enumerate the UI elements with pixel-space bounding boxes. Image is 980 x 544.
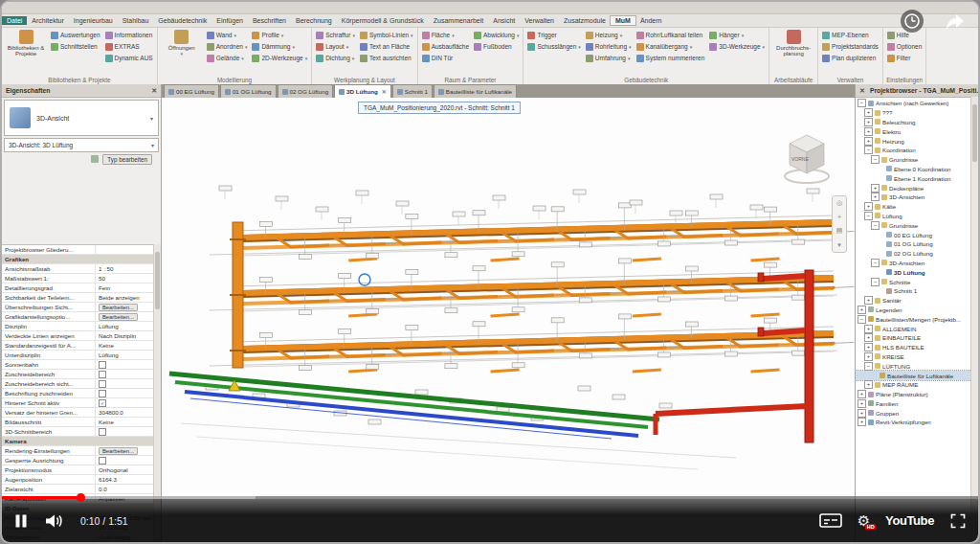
tree-item-02-og-l-ftung[interactable]: 02 OG Lüftung	[856, 249, 971, 259]
tree-item-koordination[interactable]: −Koordination	[856, 146, 971, 155]
model-3d-view[interactable]	[162, 98, 855, 542]
scrollbar-thumb[interactable]	[155, 252, 160, 309]
ribbon-button-schussl-ngen[interactable]: Schusslängen▾	[526, 41, 581, 52]
tree-expander-icon[interactable]: +	[871, 193, 880, 201]
view-tab-01-og-l-ftung[interactable]: 01 OG Lüftung	[220, 84, 277, 98]
tree-expander-icon[interactable]: +	[864, 127, 873, 136]
tree-expander-icon[interactable]: +	[864, 202, 873, 211]
ribbon-button-rohrleitung[interactable]: Rohrleitung▾	[585, 41, 633, 52]
tree-expander-icon[interactable]: −	[871, 259, 880, 267]
view-tab-02-og-l-ftung[interactable]: 02 OG Lüftung	[278, 84, 334, 98]
property-value[interactable]: 6164.3	[96, 475, 154, 484]
tree-item-revit-verkn-pfungen[interactable]: +Revit-Verknüpfungen	[856, 418, 971, 427]
tree-item-grundrisse[interactable]: −Grundrisse	[856, 220, 971, 230]
tree-item-kreise[interactable]: +KREISE	[856, 352, 971, 362]
ribbon-button-h-nger[interactable]: Hänger▾	[708, 30, 766, 40]
checkbox[interactable]	[99, 390, 106, 397]
tree-expander-icon[interactable]: +	[858, 409, 866, 418]
ribbon-tab-beschriften[interactable]: Beschriften	[248, 16, 291, 25]
tree-item-mep-r-ume[interactable]: +MEP RÄUME	[856, 380, 971, 390]
tree-expander-icon[interactable]: +	[858, 418, 866, 426]
property-value[interactable]: Beide anzeigen	[96, 293, 154, 302]
tree-expander-icon[interactable]: +	[858, 306, 866, 314]
property-value[interactable]	[96, 456, 154, 465]
viewcube[interactable]: VORNE	[780, 128, 834, 188]
property-value[interactable]	[96, 389, 154, 397]
property-value[interactable]	[96, 360, 154, 369]
property-value[interactable]: ✓	[96, 398, 154, 407]
tree-item-grundrisse[interactable]: −Grundrisse	[856, 155, 971, 165]
scrollbar-thumb[interactable]	[972, 104, 977, 162]
ribbon-button-text-an-fl-che[interactable]: Text an Fläche	[359, 41, 414, 52]
type-selector[interactable]: 3D-Ansicht ▾	[4, 100, 159, 136]
property-value[interactable]: Bearbeiten...	[96, 303, 154, 311]
ribbon-button-bibliotheken-projekte[interactable]: Bibliotheken & Projekte	[5, 29, 47, 57]
ribbon-button-extras[interactable]: EXTRAS	[104, 41, 154, 52]
ribbon-button-dynamic-aus[interactable]: Dynamic AUS	[104, 53, 154, 63]
ribbon-button-2d-werkzeuge[interactable]: 2D-Werkzeuge▾	[251, 53, 308, 63]
instance-selector[interactable]: 3D-Ansicht: 3D Lüftung ▾	[4, 138, 159, 152]
ribbon-tab-k-rpermodell-grundst-ck[interactable]: Körpermodell & Grundstück	[337, 16, 429, 25]
tree-item-ebene-1-koordination[interactable]: Ebene 1 Koordination	[856, 173, 971, 183]
tree-expander-icon[interactable]: −	[858, 315, 866, 324]
ribbon-tab-architektur[interactable]: Architektur	[27, 16, 68, 25]
ribbon-button-informationen[interactable]: Informationen	[104, 30, 154, 40]
ribbon-button-schnittstellen[interactable]: Schnittstellen	[50, 41, 101, 52]
tree-item-familien[interactable]: +Familien	[856, 399, 971, 409]
tree-item-ansichten-nach-gewerken[interactable]: −Ansichten (nach Gewerken)	[856, 99, 971, 108]
tree-item-l-ftung[interactable]: −LÜFTUNG	[856, 361, 971, 371]
ribbon-button-layout[interactable]: Layout▾	[315, 41, 356, 52]
ribbon-button-d-mmung[interactable]: Dämmung▾	[251, 41, 308, 52]
ribbon-button-heizung[interactable]: Heizung▾	[585, 30, 633, 40]
tree-item-l-ftung[interactable]: −Lüftung	[856, 212, 971, 221]
youtube-logo[interactable]: YouTube	[885, 513, 934, 528]
tree-expander-icon[interactable]: −	[864, 146, 873, 154]
checkbox[interactable]	[99, 380, 106, 388]
tree-expander-icon[interactable]: +	[864, 333, 873, 342]
ribbon-button-trigger[interactable]: Trigger	[526, 30, 581, 40]
tree-expander-icon[interactable]: +	[858, 399, 866, 408]
property-edit-button[interactable]: Bearbeiten...	[99, 313, 138, 321]
property-value[interactable]: Lüftung	[96, 322, 154, 330]
ribbon-button-filter[interactable]: Filter	[886, 53, 923, 63]
subtitles-button[interactable]	[819, 512, 842, 529]
ribbon-button-mep-ebenen[interactable]: MEP-Ebenen	[821, 30, 880, 40]
ribbon-button-3d-werkzeuge[interactable]: 3D-Werkzeuge▾	[708, 41, 766, 52]
tree-item-3d-l-ftung[interactable]: 3D Lüftung	[856, 267, 971, 277]
ribbon-button-plan-duplizieren[interactable]: Plan duplizieren	[821, 53, 880, 63]
ribbon-tab-berechnung[interactable]: Berechnung	[291, 16, 337, 25]
ribbon-tab-mum[interactable]: MuM	[611, 16, 635, 25]
ribbon-tab-stahlbau[interactable]: Stahlbau	[118, 16, 154, 25]
checkbox[interactable]	[99, 371, 106, 378]
tree-expander-icon[interactable]: −	[871, 278, 880, 286]
tree-item-beleuchtung[interactable]: +Beleuchtung	[856, 118, 971, 127]
tree-expander-icon[interactable]: +	[864, 118, 873, 126]
ribbon-button-auswertungen[interactable]: Auswertungen	[50, 30, 101, 40]
property-value[interactable]: Bearbeiten...	[96, 312, 154, 321]
tree-item-00-eg-l-ftung[interactable]: 00 EG Lüftung	[856, 230, 971, 239]
share-icon[interactable]	[944, 11, 967, 31]
tree-item-[interactable]: +???	[856, 108, 971, 118]
view-tab-3d-l-ftung[interactable]: 3D Lüftung✕	[334, 84, 391, 98]
tree-item-hls-bauteile[interactable]: +HLS BAUTEILE	[856, 343, 971, 352]
ribbon-button-ffnungen[interactable]: Öffnungen▾	[161, 29, 203, 57]
view-tab-00-eg-l-ftung[interactable]: 00 EG Lüftung	[164, 84, 219, 98]
property-edit-button[interactable]: Bearbeiten...	[99, 304, 138, 311]
property-value[interactable]	[96, 245, 154, 254]
ribbon-button-fl-che[interactable]: Fläche▾	[421, 30, 470, 40]
navigation-wheel-icon[interactable]: ◎	[836, 199, 842, 207]
ribbon-tab-geb-udetechnik[interactable]: Gebäudetechnik	[153, 16, 212, 25]
tree-expander-icon[interactable]: +	[871, 184, 880, 193]
progress-bar[interactable]	[2, 496, 978, 499]
zoom-icon[interactable]: ▤	[836, 227, 843, 235]
tree-item-ebene-0-koordination[interactable]: Ebene 0 Koordination	[856, 165, 971, 174]
property-value[interactable]: 50	[96, 274, 154, 283]
checkbox[interactable]: ✓	[99, 399, 106, 407]
tree-expander-icon[interactable]: −	[871, 221, 880, 230]
property-value[interactable]	[96, 427, 154, 436]
view-tab-close-icon[interactable]: ✕	[382, 88, 387, 95]
ribbon-button-dichtung[interactable]: Dichtung▾	[315, 53, 356, 63]
property-value[interactable]: 1 : 50	[96, 264, 154, 273]
property-value[interactable]: 304800.0	[96, 408, 154, 417]
tree-item-allgemein[interactable]: +ALLGEMEIN	[856, 324, 971, 333]
